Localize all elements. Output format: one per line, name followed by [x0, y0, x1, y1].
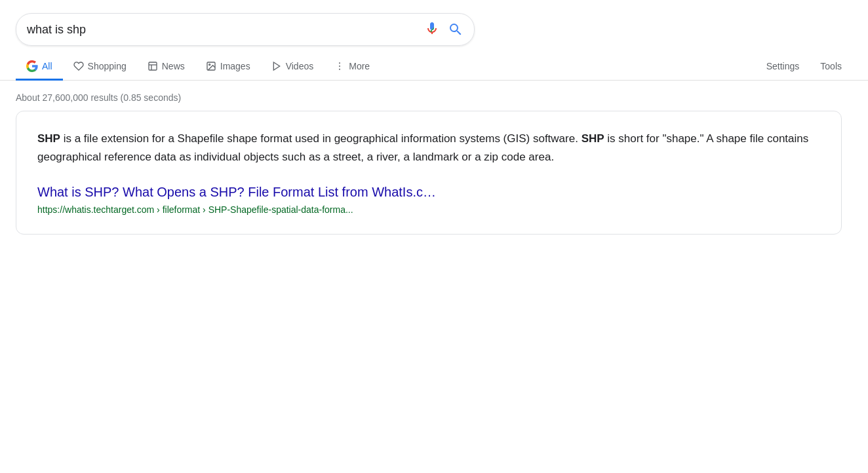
tab-all-label: All [42, 61, 52, 71]
videos-icon [271, 61, 282, 71]
tab-images[interactable]: Images [195, 54, 261, 80]
tab-news[interactable]: News [137, 54, 195, 80]
svg-point-4 [208, 64, 210, 66]
tab-more[interactable]: More [324, 54, 380, 80]
google-search-icon [26, 60, 38, 72]
search-button[interactable] [448, 22, 464, 37]
mic-icon[interactable] [424, 20, 440, 39]
tab-settings[interactable]: Settings [756, 54, 810, 80]
tab-shopping-label: Shopping [88, 61, 127, 71]
search-input[interactable] [27, 23, 424, 37]
shopping-icon [73, 61, 84, 71]
svg-rect-0 [149, 62, 157, 70]
news-icon [148, 61, 158, 71]
tab-settings-label: Settings [766, 61, 800, 71]
nav-tabs: All Shopping News Image [0, 46, 868, 81]
nav-right: Settings Tools [756, 54, 852, 79]
tab-tools[interactable]: Tools [810, 54, 852, 80]
search-bar [16, 13, 475, 46]
tab-all[interactable]: All [16, 54, 63, 81]
tab-images-label: Images [220, 61, 250, 71]
card-link-url: https://whatis.techtarget.com › fileform… [37, 204, 353, 215]
knowledge-card: SHP is a file extension for a Shapefile … [16, 111, 842, 235]
images-icon [206, 61, 216, 71]
search-bar-container [0, 0, 868, 46]
svg-point-7 [339, 66, 340, 67]
tab-news-label: News [162, 61, 185, 71]
results-count-text: About 27,600,000 results (0.85 seconds) [16, 92, 181, 103]
card-description: SHP is a file extension for a Shapefile … [37, 130, 820, 166]
more-icon [334, 61, 345, 71]
svg-marker-5 [273, 62, 279, 70]
results-count: About 27,600,000 results (0.85 seconds) [0, 81, 868, 111]
card-link-title[interactable]: What is SHP? What Opens a SHP? File Form… [37, 185, 820, 200]
svg-point-6 [339, 62, 340, 64]
svg-point-8 [339, 69, 340, 70]
tab-more-label: More [349, 61, 370, 71]
tab-tools-label: Tools [820, 61, 842, 71]
tab-videos-label: Videos [286, 61, 314, 71]
search-icons [424, 20, 464, 39]
tab-videos[interactable]: Videos [261, 54, 325, 80]
tab-shopping[interactable]: Shopping [63, 54, 137, 80]
